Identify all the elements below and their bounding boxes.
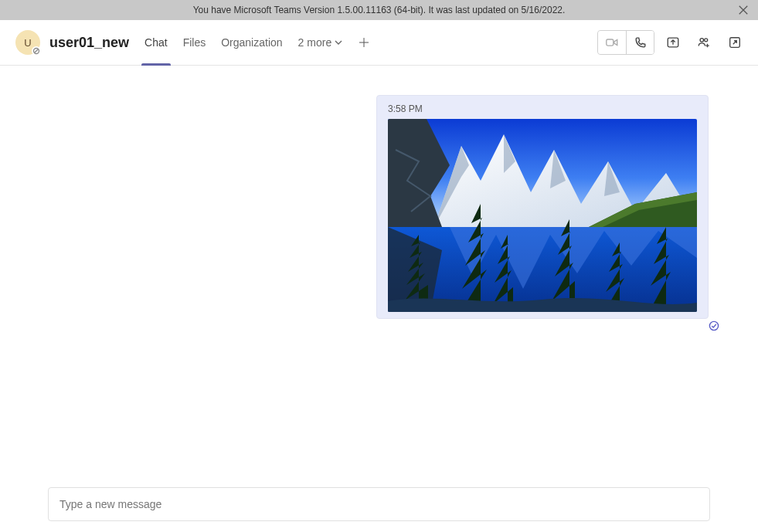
share-screen-button[interactable] [661, 31, 685, 54]
header-actions [597, 30, 747, 55]
plus-icon [358, 36, 370, 49]
popout-button[interactable] [722, 31, 747, 54]
audio-call-button[interactable] [626, 31, 654, 54]
popout-icon [728, 36, 742, 49]
tab-files[interactable]: Files [175, 20, 214, 65]
message-composer[interactable] [48, 487, 710, 521]
chevron-down-icon [335, 39, 342, 46]
read-receipt-icon [709, 320, 719, 331]
composer-row [0, 487, 758, 532]
version-notification-bar: You have Microsoft Teams Version 1.5.00.… [0, 0, 758, 20]
call-button-group [597, 30, 654, 55]
tab-organization[interactable]: Organization [213, 20, 290, 65]
svg-point-8 [709, 321, 718, 330]
tab-organization-label: Organization [221, 36, 282, 49]
close-icon [738, 5, 749, 15]
presence-offline-icon [32, 47, 40, 55]
avatar[interactable]: U [15, 30, 40, 55]
tab-chat[interactable]: Chat [137, 20, 175, 65]
message-input[interactable] [59, 498, 699, 510]
outgoing-message[interactable]: 3:58 PM [376, 95, 709, 319]
version-notification-text: You have Microsoft Teams Version 1.5.00.… [193, 5, 566, 15]
svg-point-4 [705, 39, 708, 42]
add-people-button[interactable] [692, 31, 716, 54]
tab-files-label: Files [183, 36, 206, 49]
video-call-button[interactable] [598, 31, 626, 54]
chat-title: user01_new [49, 35, 129, 51]
tab-more-label: 2 more [298, 36, 332, 49]
presence-indicator [32, 46, 41, 56]
svg-rect-1 [607, 39, 614, 46]
notification-close-button[interactable] [736, 3, 750, 17]
chat-header: U user01_new Chat Files Organization 2 m… [0, 20, 758, 66]
chat-messages-area: 3:58 PM [0, 66, 758, 487]
phone-icon [634, 36, 648, 49]
share-screen-icon [666, 36, 680, 49]
add-tab-button[interactable] [350, 20, 378, 65]
header-tabs: Chat Files Organization 2 more [137, 20, 378, 65]
avatar-initial: U [24, 37, 31, 49]
tab-more[interactable]: 2 more [291, 20, 351, 65]
people-add-icon [697, 36, 711, 49]
message-image-attachment[interactable] [388, 119, 697, 312]
svg-point-3 [700, 39, 704, 42]
read-receipt [709, 320, 719, 334]
message-timestamp: 3:58 PM [383, 102, 702, 119]
video-icon [605, 36, 619, 49]
tab-chat-label: Chat [144, 36, 168, 49]
